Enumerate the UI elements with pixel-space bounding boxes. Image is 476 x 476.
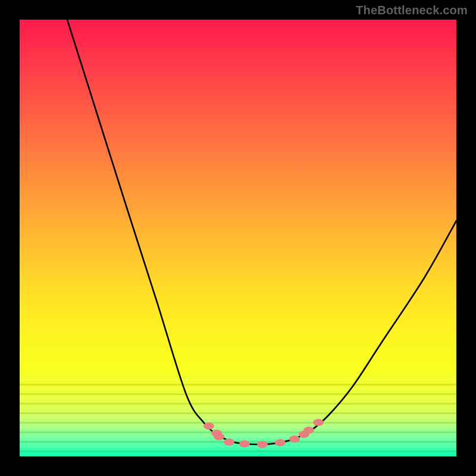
highlight-dot — [224, 439, 234, 446]
highlight-dot — [303, 427, 314, 434]
watermark-text: TheBottleneck.com — [356, 4, 468, 17]
highlight-dot — [257, 441, 268, 448]
highlight-dot — [289, 436, 300, 443]
highlight-dot — [239, 440, 250, 447]
plot-area — [20, 20, 456, 456]
highlight-dot — [214, 433, 224, 440]
chart-frame: TheBottleneck.com — [0, 0, 476, 476]
highlight-dot — [203, 422, 214, 430]
bottleneck-curve — [67, 20, 456, 444]
highlight-dot — [313, 419, 324, 426]
highlight-dot — [275, 439, 286, 446]
curve-svg — [20, 20, 456, 456]
highlight-markers — [203, 419, 324, 448]
